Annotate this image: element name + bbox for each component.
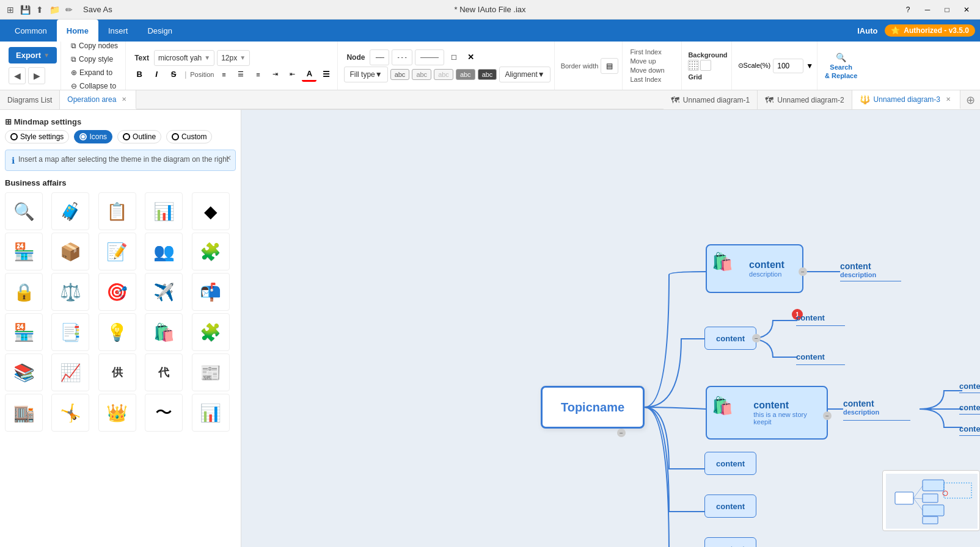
scale-input[interactable]	[773, 59, 803, 73]
icon-cell-diamond[interactable]: ◆	[192, 192, 230, 230]
icon-cell-bag[interactable]: 🛍️	[145, 313, 183, 351]
node-content-6[interactable]: content	[704, 537, 756, 547]
strikethrough-button[interactable]: S	[166, 67, 181, 82]
node-r2-bottom[interactable]: content	[796, 352, 825, 361]
minimize-button[interactable]: ─	[919, 4, 936, 16]
icon-cell-target[interactable]: 🎯	[98, 273, 136, 311]
font-family-select[interactable]: microsoft yah ▼	[154, 50, 214, 66]
icon-cell-jigsaw[interactable]: 🧩	[192, 313, 230, 351]
upload-icon[interactable]: ⬆	[34, 4, 45, 15]
italic-button[interactable]: I	[149, 67, 164, 82]
floppy-icon[interactable]: 💾	[20, 4, 31, 15]
fill-type-button[interactable]: Fill type▼	[344, 67, 387, 82]
abc-btn-4[interactable]: abc	[456, 69, 475, 80]
add-diagram-button[interactable]: ⊕	[960, 90, 980, 109]
node-line-style-3[interactable]: ———	[415, 49, 444, 65]
icon-cell-news[interactable]: 📰	[192, 353, 230, 391]
icon-cell-search[interactable]: 🔍	[5, 192, 43, 230]
bg-swatch-dots[interactable]	[688, 60, 699, 71]
node-content-5[interactable]: content	[704, 494, 756, 518]
first-index-button[interactable]: First Index	[629, 48, 678, 56]
node-content-1[interactable]: 🛍️ content description	[706, 244, 803, 293]
menu-tab-common[interactable]: Common	[5, 20, 57, 42]
icon-cell-graph[interactable]: 📈	[51, 353, 89, 391]
icon-cell-gavel[interactable]: ⚖️	[51, 273, 89, 311]
node-r1[interactable]: content description	[840, 261, 876, 278]
abc-btn-5[interactable]: abc	[478, 69, 497, 80]
diagram-tab-1[interactable]: 🗺 Unnamed diagram-1	[664, 90, 758, 109]
line-style-button[interactable]: ☰	[319, 67, 334, 82]
icon-cell-wave[interactable]: 〜	[145, 394, 183, 432]
align-indent-button[interactable]: ⇥	[268, 67, 282, 82]
icon-cell-doc[interactable]: 📝	[98, 233, 136, 270]
align-left-button[interactable]: ≡	[216, 67, 231, 82]
menu-tab-insert[interactable]: Insert	[98, 20, 138, 42]
search-replace-button[interactable]: 🔍 Search & Replace	[820, 50, 862, 82]
icon-cell-agent[interactable]: 代	[145, 353, 183, 391]
node-branch-2[interactable]: content	[959, 403, 980, 412]
icon-cell-store[interactable]: 🏪	[5, 233, 43, 270]
node-content-3[interactable]: 🛍️ content this is a new story keepit	[706, 386, 828, 440]
move-down-button[interactable]: Move down	[629, 66, 678, 74]
font-color-button[interactable]: A	[302, 67, 316, 82]
close-button[interactable]: ✕	[958, 4, 975, 16]
abc-btn-1[interactable]: abc	[390, 69, 410, 80]
icon-cell-building[interactable]: 🏬	[5, 394, 43, 432]
maximize-button[interactable]: □	[938, 4, 956, 16]
radio-icons[interactable]: Icons	[74, 130, 112, 143]
node-tool-2[interactable]: ✕	[464, 50, 478, 65]
expand-to-button[interactable]: ⊕ Expand to	[67, 67, 116, 79]
icon-cell-people[interactable]: 👥	[145, 233, 183, 270]
help-button[interactable]: ?	[899, 4, 916, 16]
align-center-button[interactable]: ☰	[233, 67, 248, 82]
radio-outline[interactable]: Outline	[117, 130, 161, 143]
tab-operation-area[interactable]: Operation area ✕	[60, 90, 136, 109]
icon-cell-books[interactable]: 📚	[5, 353, 43, 391]
bold-button[interactable]: B	[132, 67, 147, 82]
align-right-button[interactable]: ≡	[250, 67, 265, 82]
move-up-button[interactable]: Move up	[629, 57, 678, 65]
align-outdent-button[interactable]: ⇤	[285, 67, 299, 82]
last-index-button[interactable]: Last Index	[629, 75, 678, 84]
node-content-2[interactable]: content	[704, 327, 756, 350]
icon-cell-crown[interactable]: 👑	[98, 394, 136, 432]
menu-tab-home[interactable]: Home	[57, 20, 98, 42]
icon-cell-bulb[interactable]: 💡	[98, 313, 136, 351]
scale-dropdown-icon[interactable]: ▼	[806, 62, 813, 70]
icon-cell-supply[interactable]: 供	[98, 353, 136, 391]
alignment-button[interactable]: Alignment▼	[499, 67, 550, 82]
nav-forward-button[interactable]: ▶	[28, 67, 45, 84]
radio-custom[interactable]: Custom	[166, 130, 212, 143]
node-branch-3[interactable]: content	[959, 424, 980, 433]
icon-cell-briefcase[interactable]: 🧳	[51, 192, 89, 230]
icon-cell-report[interactable]: 📑	[51, 313, 89, 351]
nav-back-button[interactable]: ◀	[9, 67, 26, 84]
icon-cell-chart[interactable]: 📊	[145, 192, 183, 230]
icon-cell-puzzle[interactable]: 🧩	[192, 233, 230, 270]
diagram-tab-2[interactable]: 🗺 Unnamed diagram-2	[758, 90, 852, 109]
node-r3[interactable]: content description	[843, 399, 879, 416]
border-width-box[interactable]: ▤	[601, 58, 618, 74]
diagram-tab-3[interactable]: 🔱 Unnamed diagram-3 ✕	[852, 90, 960, 109]
copy-nodes-button[interactable]: ⧉ Copy nodes	[67, 40, 122, 52]
node-2-minus[interactable]: −	[752, 334, 761, 342]
node-line-style-2[interactable]: - - -	[392, 49, 412, 65]
icon-cell-shop[interactable]: 🏪	[5, 313, 43, 351]
root-minus-button[interactable]: −	[617, 429, 626, 437]
menu-tab-design[interactable]: Design	[137, 20, 181, 42]
node-r2-top[interactable]: content	[796, 313, 825, 322]
node-1-minus[interactable]: −	[799, 267, 807, 276]
close-operation-tab-button[interactable]: ✕	[120, 95, 128, 103]
close-info-button[interactable]: ✕	[225, 154, 232, 162]
icon-cell-box[interactable]: 📦	[51, 233, 89, 270]
node-content-4[interactable]: content	[704, 452, 756, 475]
icon-cell-clipboard[interactable]: 📋	[98, 192, 136, 230]
abc-btn-2[interactable]: abc	[412, 69, 431, 80]
grid-icon[interactable]: ⊞	[5, 4, 16, 15]
node-line-style-1[interactable]: ------	[370, 49, 389, 65]
folder-icon[interactable]: 📁	[49, 4, 60, 15]
pencil-icon[interactable]: ✏	[64, 4, 75, 15]
icon-cell-exercise[interactable]: 🤸	[51, 394, 89, 432]
node-branch-1[interactable]: content	[959, 382, 980, 391]
icon-cell-lock[interactable]: 🔒	[5, 273, 43, 311]
